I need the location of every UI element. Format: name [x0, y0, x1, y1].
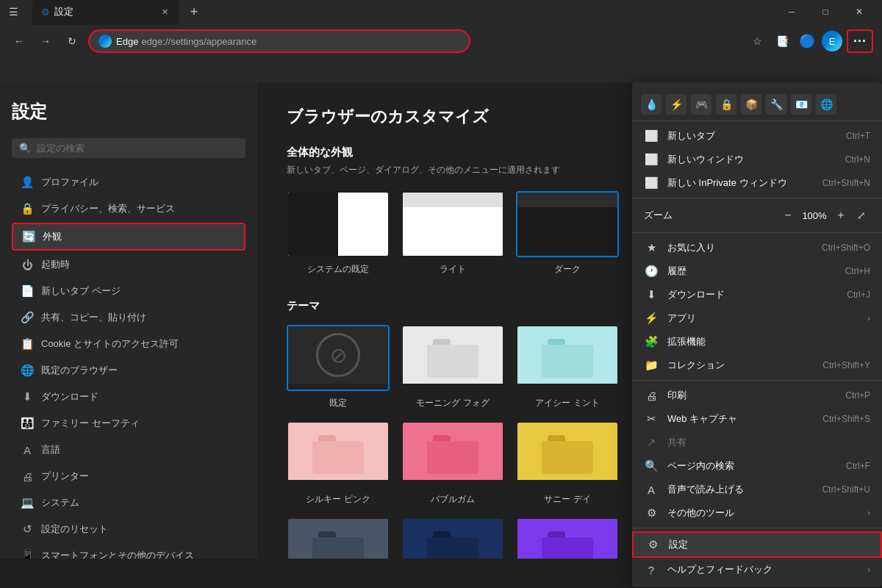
theme-card-default[interactable]: ⊘ 既定 — [287, 325, 390, 409]
appearance-dark-label: ダーク — [554, 263, 581, 276]
menu-shortcut-print: Ctrl+P — [845, 390, 870, 401]
ext-icon-ext5[interactable]: 📦 — [741, 94, 761, 115]
sidebar-item-language[interactable]: A言語 — [12, 437, 245, 462]
menu-icon-moretools: ⚙ — [644, 506, 659, 520]
folder-icon-navy — [427, 531, 478, 559]
ext-icon-ext2[interactable]: ⚡ — [666, 94, 686, 115]
maximize-button[interactable]: □ — [808, 0, 842, 24]
forward-button[interactable]: → — [35, 31, 56, 51]
sidebar-item-privacy[interactable]: 🔒プライバシー、検索、サービス — [12, 196, 245, 221]
close-button[interactable]: ✕ — [842, 0, 876, 24]
menu-item-moretools[interactable]: ⚙ その他のツール › — [632, 501, 882, 525]
sidebar-item-mobile[interactable]: 📱スマートフォンとその他のデバイス — [12, 543, 245, 559]
theme-card-bubblegum[interactable]: バブルガム — [401, 421, 504, 506]
address-input-wrap[interactable]: Edge edge://settings/appearance — [88, 29, 470, 53]
tab-bar: ⚙ 設定 ✕ + — [26, 0, 769, 26]
folder-icon-silky-pink — [312, 435, 364, 476]
sidebar-item-family[interactable]: 👨‍👩‍👧ファミリー セーフティ — [12, 411, 245, 436]
tab-close-button[interactable]: ✕ — [159, 6, 171, 18]
zoom-in-button[interactable]: + — [832, 207, 850, 224]
menu-item-share[interactable]: ↗ 共有 — [632, 431, 882, 454]
edge-favicon — [98, 35, 112, 48]
zoom-out-button[interactable]: − — [779, 207, 797, 224]
search-box[interactable]: 🔍 — [12, 138, 245, 158]
appearance-light-card[interactable]: ライト — [401, 191, 504, 276]
sidebar-item-icon-printer: 🖨 — [21, 470, 34, 483]
sidebar-item-label-profile: プロファイル — [41, 176, 98, 189]
new-tab-button[interactable]: + — [182, 0, 206, 24]
menu-item-downloads[interactable]: ⬇ ダウンロード Ctrl+J — [632, 283, 882, 306]
favorites-icon[interactable]: ☆ — [747, 31, 767, 51]
theme-card-sunny-day[interactable]: サニー デイ — [516, 421, 619, 506]
menu-item-print[interactable]: 🖨 印刷 Ctrl+P — [632, 384, 882, 407]
sidebar-item-default[interactable]: 🌐既定のブラウザー — [12, 358, 245, 383]
collections-icon[interactable]: 📑 — [772, 31, 792, 51]
address-bar: ← → ↻ Edge edge://settings/appearance ☆ … — [0, 24, 882, 59]
sidebar-item-label-share: 共有、コピー、貼り付け — [41, 311, 146, 324]
theme-preview-silky-pink — [287, 421, 390, 487]
ext-icon-ext3[interactable]: 🎮 — [691, 94, 711, 115]
back-button[interactable]: ← — [9, 31, 29, 51]
menu-label-moretools: その他のツール — [667, 506, 734, 520]
zoom-expand-button[interactable]: ⤢ — [853, 207, 870, 224]
sidebar-item-cookies[interactable]: 📋Cookie とサイトのアクセス許可 — [12, 331, 245, 356]
ext-icon-ext4[interactable]: 🔒 — [716, 94, 736, 115]
menu-item-inprivate[interactable]: ⬜ 新しい InPrivate ウィンドウ Ctrl+Shift+N — [632, 171, 882, 195]
more-options-button[interactable]: ··· — [847, 29, 873, 53]
menu-item-new-tab[interactable]: ⬜ 新しいタブ Ctrl+T — [632, 124, 882, 148]
ext-icon-ext1[interactable]: 💧 — [641, 94, 662, 115]
menu-item-settings[interactable]: ⚙ 設定 — [632, 531, 882, 558]
sidebar-item-reset[interactable]: ↺設定のリセット — [12, 517, 245, 542]
title-bar-left: ☰ — [6, 4, 21, 19]
search-input[interactable] — [37, 143, 238, 154]
menu-item-favorites[interactable]: ★ お気に入り Ctrl+Shift+O — [632, 236, 882, 259]
sidebar-item-download[interactable]: ⬇ダウンロード — [12, 384, 245, 409]
zoom-row: ズーム − 100% + ⤢ — [632, 201, 882, 229]
theme-card-icy-mint[interactable]: アイシー ミント — [516, 325, 619, 409]
preview-light-bar — [403, 193, 503, 207]
sidebar-item-system[interactable]: 💻システム — [12, 490, 245, 515]
menu-item-findinpage[interactable]: 🔍 ページ内の検索 Ctrl+F — [632, 454, 882, 478]
active-tab[interactable]: ⚙ 設定 ✕ — [32, 0, 179, 25]
menu-item-readaloud[interactable]: A 音声で読み上げる Ctrl+Shift+U — [632, 478, 882, 501]
menu-shortcut-collections: Ctrl+Shift+Y — [822, 360, 870, 370]
sidebar-item-profile[interactable]: 👤プロファイル — [12, 170, 245, 195]
menu-icon-history: 🕐 — [644, 265, 659, 278]
sidebar-toggle-icon[interactable]: ☰ — [6, 4, 21, 19]
brand-label: Edge — [116, 36, 138, 47]
theme-card-cool-slate[interactable]: クール スレート — [287, 517, 390, 559]
theme-card-silky-pink[interactable]: シルキー ピンク — [287, 421, 390, 506]
profile-avatar[interactable]: E — [822, 31, 842, 51]
sidebar-item-newtab[interactable]: 📄新しいタブ ページ — [12, 279, 245, 304]
menu-label-new-window: 新しいウィンドウ — [667, 153, 744, 166]
appearance-system-card[interactable]: システムの既定 — [287, 191, 390, 276]
ext-icon-ext7[interactable]: 📧 — [791, 94, 811, 115]
ext-icon-ext8[interactable]: 🌐 — [816, 94, 836, 115]
menu-item-history[interactable]: 🕐 履歴 Ctrl+H — [632, 259, 882, 283]
sidebar-item-label-cookies: Cookie とサイトのアクセス許可 — [41, 337, 179, 351]
menu-item-extensions[interactable]: 🧩 拡張機能 — [632, 330, 882, 354]
theme-card-morning-fog[interactable]: モーニング フォグ — [401, 325, 504, 409]
minimize-button[interactable]: ─ — [775, 0, 808, 24]
ext-icon-1[interactable]: 🔵 — [797, 31, 817, 51]
menu-item-webcapture[interactable]: ✂ Web キャプチャ Ctrl+Shift+S — [632, 407, 882, 431]
sidebar-item-printer[interactable]: 🖨プリンター — [12, 464, 245, 489]
ext-icon-ext6[interactable]: 🔧 — [766, 94, 786, 115]
menu-divider-divider2 — [632, 232, 882, 233]
menu-icon-help: ? — [644, 564, 659, 576]
menu-item-help[interactable]: ? ヘルプとフィードバック › — [632, 558, 882, 581]
menu-item-new-window[interactable]: ⬜ 新しいウィンドウ Ctrl+N — [632, 148, 882, 171]
menu-item-collections[interactable]: 📁 コレクション Ctrl+Shift+Y — [632, 354, 882, 377]
appearance-dark-card[interactable]: ダーク — [516, 191, 619, 276]
sidebar-item-appearance[interactable]: 🔄外観 — [12, 223, 245, 251]
sidebar-item-startup[interactable]: ⏻起動時 — [12, 252, 245, 277]
sidebar-item-icon-family: 👨‍👩‍👧 — [21, 417, 34, 430]
sidebar-item-label-family: ファミリー セーフティ — [41, 417, 140, 430]
theme-card-juicy-plum[interactable]: ジューシー プラム — [516, 517, 619, 559]
sidebar-item-share[interactable]: 🔗共有、コピー、貼り付け — [12, 305, 245, 330]
refresh-button[interactable]: ↻ — [62, 31, 82, 51]
menu-item-apps[interactable]: ⚡ アプリ › — [632, 306, 882, 330]
sidebar-item-icon-profile: 👤 — [21, 176, 34, 189]
theme-card-navy[interactable]: ネービー — [401, 517, 504, 559]
folder-icon-sunny-day — [542, 435, 593, 476]
